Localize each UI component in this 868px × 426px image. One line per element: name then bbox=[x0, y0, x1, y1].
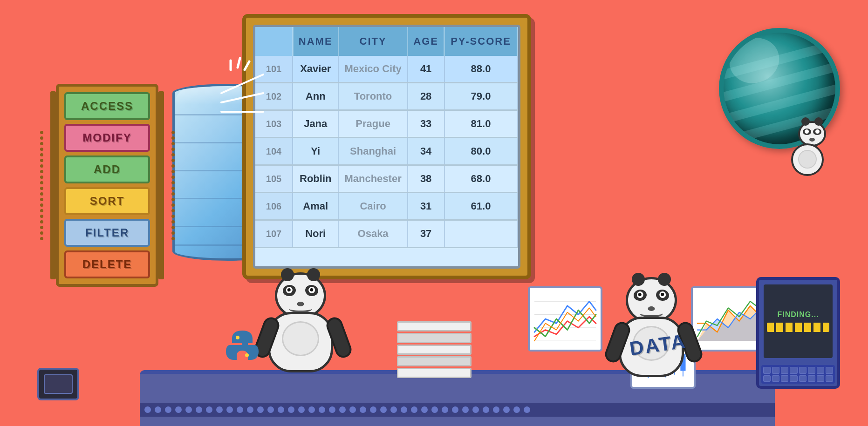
conveyor-dot bbox=[411, 406, 417, 413]
radar-container bbox=[700, 28, 840, 177]
conveyor-dot bbox=[247, 406, 253, 413]
key bbox=[817, 375, 824, 382]
conveyor-dot bbox=[431, 406, 438, 413]
finding-screen: FINDING... bbox=[764, 284, 833, 358]
conveyor-dot bbox=[216, 406, 223, 413]
table-header-row: NAME CITY AGE PY-SCORE bbox=[255, 27, 518, 56]
conveyor-dot bbox=[493, 406, 499, 413]
cell-age: 37 bbox=[408, 220, 444, 248]
dot bbox=[171, 209, 175, 212]
delete-button[interactable]: DELETE bbox=[64, 250, 150, 278]
dot bbox=[171, 148, 175, 151]
dot bbox=[40, 148, 43, 151]
panda-ear-left bbox=[281, 268, 294, 281]
cell-age: 38 bbox=[408, 165, 444, 193]
conveyor-dot bbox=[442, 406, 448, 413]
data-board-inner: NAME CITY AGE PY-SCORE 101 Xavier Mexico… bbox=[253, 25, 520, 269]
conveyor-dot bbox=[206, 406, 212, 413]
dot bbox=[171, 181, 175, 184]
conveyor-dot bbox=[165, 406, 171, 413]
cell-score bbox=[444, 220, 518, 248]
access-button[interactable]: ACCESS bbox=[64, 92, 150, 120]
panda-pupil bbox=[287, 288, 291, 292]
dot bbox=[40, 131, 43, 134]
cell-score: 79.0 bbox=[444, 83, 518, 110]
panda-eye-white bbox=[659, 291, 666, 298]
data-table: NAME CITY AGE PY-SCORE 101 Xavier Mexico… bbox=[255, 27, 518, 248]
panda-eye-white bbox=[636, 291, 644, 298]
dot bbox=[40, 181, 43, 184]
conveyor-dot bbox=[185, 406, 192, 413]
dot bbox=[171, 136, 175, 140]
dot bbox=[40, 159, 43, 162]
conveyor-dot bbox=[483, 406, 489, 413]
dot bbox=[40, 203, 43, 207]
svg-line-5 bbox=[245, 61, 249, 70]
table-row: 102 Ann Toronto 28 79.0 bbox=[255, 83, 518, 110]
finding-bar bbox=[767, 323, 829, 332]
conveyor-dot bbox=[339, 406, 346, 413]
key bbox=[826, 375, 833, 382]
cell-age: 33 bbox=[408, 110, 444, 138]
conveyor-dot bbox=[513, 406, 520, 413]
conveyor-dot bbox=[349, 406, 356, 413]
conveyor-dot bbox=[226, 406, 233, 413]
conveyor-dot bbox=[155, 406, 161, 413]
svg-line-1 bbox=[221, 93, 263, 102]
conveyor-dot bbox=[503, 406, 510, 413]
add-button[interactable]: ADD bbox=[64, 156, 150, 183]
panda-eye-inner bbox=[815, 129, 820, 134]
cell-id: 105 bbox=[255, 165, 293, 193]
key bbox=[763, 367, 771, 374]
panda-eye-white bbox=[286, 286, 293, 294]
panda-ear-r bbox=[814, 117, 823, 126]
conveyor-dot bbox=[278, 406, 284, 413]
dot bbox=[171, 187, 175, 190]
table-header-age: AGE bbox=[408, 27, 444, 56]
python-logo bbox=[224, 328, 261, 365]
modify-button[interactable]: MODIFY bbox=[64, 124, 150, 152]
cell-name: Yi bbox=[293, 138, 338, 165]
panda-pupil bbox=[661, 292, 664, 296]
conveyor-dot bbox=[329, 406, 335, 413]
panda-ear-r bbox=[658, 273, 671, 286]
dot bbox=[171, 153, 175, 156]
key bbox=[772, 375, 779, 382]
dot bbox=[171, 198, 175, 201]
python-svg bbox=[224, 328, 261, 365]
conveyor-dot bbox=[380, 406, 387, 413]
cell-name: Roblin bbox=[293, 165, 338, 193]
panda-eye-white bbox=[308, 286, 315, 294]
cell-age: 41 bbox=[408, 56, 444, 83]
panda-ear-l bbox=[801, 117, 810, 126]
dot bbox=[171, 226, 175, 229]
cell-city: Toronto bbox=[338, 83, 407, 110]
dot bbox=[171, 237, 175, 240]
cell-city: Mexico City bbox=[338, 56, 407, 83]
conveyor-dot bbox=[390, 406, 397, 413]
finding-keyboard bbox=[761, 365, 835, 384]
dot bbox=[171, 176, 175, 179]
filter-button[interactable]: FILTER bbox=[64, 219, 150, 247]
key bbox=[817, 367, 824, 374]
cell-city: Manchester bbox=[338, 165, 407, 193]
stack-layer bbox=[397, 356, 472, 366]
dot bbox=[40, 198, 43, 201]
panda-body bbox=[791, 143, 824, 176]
cell-name: Amal bbox=[293, 193, 338, 220]
cell-city: Shanghai bbox=[338, 138, 407, 165]
table-header-score: PY-SCORE bbox=[444, 27, 518, 56]
cell-city: Osaka bbox=[338, 220, 407, 248]
cpu-chip bbox=[37, 368, 79, 400]
table-header-name: NAME bbox=[293, 27, 338, 56]
sort-button[interactable]: SORT bbox=[64, 187, 150, 215]
table-row: 106 Amal Cairo 31 61.0 bbox=[255, 193, 518, 220]
cell-score: 88.0 bbox=[444, 56, 518, 83]
python-eye-top bbox=[236, 336, 239, 339]
conveyor-dot bbox=[401, 406, 407, 413]
dot bbox=[171, 192, 175, 196]
key bbox=[790, 367, 797, 374]
python-eye-bottom bbox=[245, 353, 249, 357]
dot bbox=[171, 203, 175, 207]
table-row: 105 Roblin Manchester 38 68.0 bbox=[255, 165, 518, 193]
